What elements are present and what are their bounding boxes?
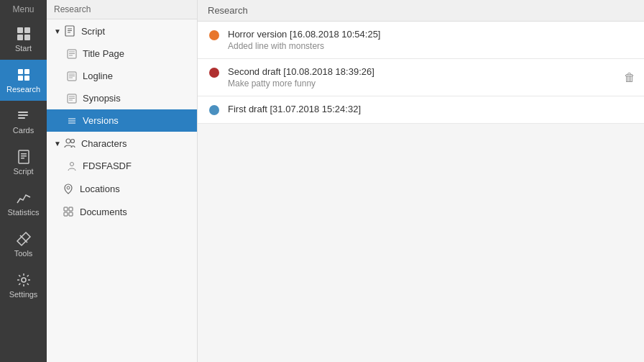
svg-rect-9 [18,114,28,116]
svg-point-39 [67,186,70,189]
sidebar-label-cards: Cards [13,126,34,135]
tree-label-fdsfasdf: FDSFASDF [83,160,132,171]
sidebar-item-cards[interactable]: Cards [0,101,47,142]
icon-sidebar: Menu Start Research Cards [0,0,47,362]
settings-icon [16,272,32,288]
tree-item-fdsfasdf[interactable]: FDSFASDF [47,155,197,177]
delete-button-v2[interactable]: 🗑 [624,71,635,84]
version-title-v3: First draft [31.07.2018 15:24:32] [228,104,632,114]
sidebar-label-research: Research [6,85,40,94]
characters-icon [64,137,75,149]
main-area: Research Horror version [16.08.2018 10:5… [198,0,644,362]
svg-point-36 [66,139,70,143]
svg-rect-7 [24,76,29,81]
svg-rect-42 [64,212,68,216]
tree-item-logline[interactable]: Logline [47,65,197,87]
sidebar-item-start[interactable]: Start [0,19,47,60]
tree-item-script[interactable]: ▼ Script [47,19,197,42]
svg-rect-25 [68,72,76,81]
version-dot-v3 [209,105,219,115]
tree-label-characters: Characters [81,138,127,149]
svg-point-16 [22,278,26,282]
script-icon [16,149,32,165]
sidebar-item-research[interactable]: Research [0,60,47,101]
sidebar-label-tools: Tools [14,249,33,258]
svg-rect-10 [18,117,25,119]
version-item-v1[interactable]: Horror version [16.08.2018 10:54:25]Adde… [198,22,644,59]
tree-top-bar: Research [47,0,197,19]
sidebar-item-tools[interactable]: Tools [0,224,47,265]
svg-rect-29 [68,94,76,103]
logline-icon [67,71,77,81]
svg-rect-4 [18,69,23,74]
version-dot-v1 [209,30,219,40]
svg-point-38 [70,162,74,166]
tree-item-title-page[interactable]: Title Page [47,42,197,65]
version-item-v2[interactable]: Second draft [10.08.2018 18:39:26]Make p… [198,59,644,96]
main-header: Research [198,0,644,22]
sidebar-label-start: Start [15,44,32,53]
menu-label: Menu [0,0,47,19]
tree-item-synopsis[interactable]: Synopsis [47,87,197,109]
title-page-icon [67,49,77,59]
tree-item-versions[interactable]: Versions [47,109,197,132]
svg-rect-6 [18,76,23,81]
tools-icon [16,231,32,247]
sidebar-item-settings[interactable]: Settings [0,265,47,306]
cards-icon [16,108,32,124]
tree-label-logline: Logline [83,71,113,81]
sidebar-label-statistics: Statistics [7,208,39,217]
grid-icon [16,26,32,42]
documents-icon [63,206,74,217]
svg-rect-2 [17,35,23,40]
svg-rect-1 [24,27,30,33]
tree-label-script: Script [81,26,105,37]
tree-label-documents: Documents [80,207,127,217]
character-person-icon [67,161,77,171]
svg-rect-21 [68,50,76,58]
arrow-script: ▼ [54,27,61,35]
tree-label-locations: Locations [80,184,120,194]
statistics-icon [16,190,32,206]
version-title-v1: Horror version [16.08.2018 10:54:25] [228,29,632,40]
research-icon [16,67,32,83]
svg-rect-3 [24,35,30,40]
sidebar-label-script: Script [13,167,33,176]
svg-rect-41 [69,207,73,211]
tree-item-locations[interactable]: ▶ Locations [47,177,197,200]
tree-item-characters[interactable]: ▼ Characters [47,132,197,155]
sidebar-item-script[interactable]: Script [0,142,47,183]
version-dot-v2 [209,68,219,78]
tree-label-title-page: Title Page [83,48,124,59]
locations-icon [63,183,74,194]
script-tree-icon [64,25,75,37]
svg-rect-8 [18,112,28,113]
synopsis-icon [67,94,77,104]
svg-rect-43 [69,212,73,216]
version-item-v3[interactable]: First draft [31.07.2018 15:24:32] [198,96,644,124]
version-subtitle-v2: Make patty more funny [228,78,632,89]
svg-rect-5 [24,69,29,74]
sidebar-label-settings: Settings [9,290,38,299]
svg-rect-0 [17,27,23,33]
versions-icon [67,116,77,126]
svg-rect-12 [21,153,27,155]
version-subtitle-v1: Added line with monsters [228,41,632,51]
version-content-v1: Horror version [16.08.2018 10:54:25]Adde… [228,29,632,51]
svg-rect-40 [64,207,68,211]
svg-rect-14 [21,158,24,159]
tree-label-synopsis: Synopsis [83,93,121,104]
version-content-v2: Second draft [10.08.2018 18:39:26]Make p… [228,66,632,89]
arrow-characters: ▼ [54,140,61,148]
svg-rect-13 [21,155,27,157]
tree-label-versions: Versions [83,115,119,126]
svg-point-37 [70,140,74,143]
svg-rect-11 [19,150,29,163]
version-title-v2: Second draft [10.08.2018 18:39:26] [228,66,632,77]
tree-item-documents[interactable]: ▶ Documents [47,200,197,223]
svg-line-15 [20,235,27,243]
tree-sidebar: Research ▼ Script Title Page [47,0,198,362]
versions-list: Horror version [16.08.2018 10:54:25]Adde… [198,22,644,362]
sidebar-item-statistics[interactable]: Statistics [0,183,47,224]
version-content-v3: First draft [31.07.2018 15:24:32] [228,104,632,116]
